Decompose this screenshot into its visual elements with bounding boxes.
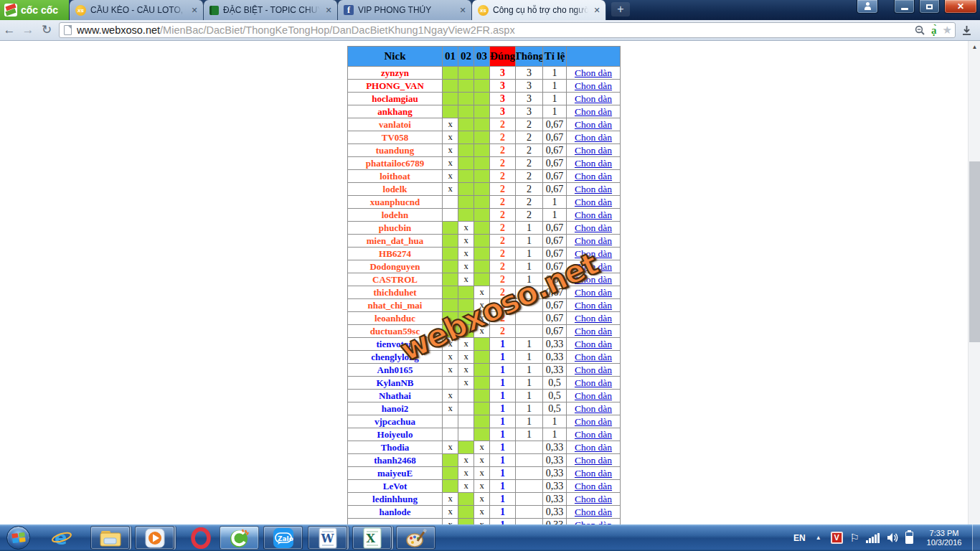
hidden-icons-arrow[interactable]: ▲ bbox=[816, 534, 821, 541]
thong-cell: 1 bbox=[516, 338, 543, 351]
chon-dan-cell: Chon dàn bbox=[567, 248, 621, 260]
chon-dan-link[interactable]: Chon dàn bbox=[575, 403, 612, 415]
vietnamese-typing-icon[interactable]: ạ̀ bbox=[931, 25, 937, 35]
reload-button[interactable]: ↻ bbox=[37, 22, 56, 39]
unikey-icon[interactable]: V bbox=[831, 532, 843, 544]
scrollbar[interactable]: ▲ bbox=[968, 41, 980, 524]
tab-title: Công cụ hỗ trợ cho người bbox=[493, 5, 588, 15]
volume-icon[interactable] bbox=[887, 532, 899, 543]
chon-dan-link[interactable]: Chon dàn bbox=[575, 455, 612, 466]
forward-button[interactable]: → bbox=[19, 22, 37, 39]
show-desktop-button[interactable] bbox=[972, 524, 980, 551]
coccoc-menu-button[interactable]: cốc cốc bbox=[0, 0, 69, 20]
taskbar-internet-explorer[interactable]: e bbox=[42, 526, 81, 550]
chon-dan-link[interactable]: Chon dàn bbox=[575, 132, 612, 143]
chon-dan-link[interactable]: Chon dàn bbox=[575, 274, 612, 286]
tab-dac-biet[interactable]: ĐẶC BIỆT - TOPIC CHUYÊN ✕ bbox=[204, 0, 338, 20]
chon-dan-link[interactable]: Chon dàn bbox=[575, 145, 612, 156]
chon-dan-link[interactable]: Chon dàn bbox=[575, 197, 612, 208]
chon-dan-cell: Chon dàn bbox=[567, 441, 621, 454]
chon-dan-link[interactable]: Chon dàn bbox=[575, 158, 612, 169]
chon-dan-link[interactable]: Chon dàn bbox=[575, 364, 612, 376]
nick-cell: zynzyn bbox=[348, 67, 443, 80]
nick-cell: hanoi2 bbox=[348, 402, 443, 415]
tab-close-icon[interactable]: ✕ bbox=[593, 6, 601, 15]
chon-dan-link[interactable]: Chon dàn bbox=[575, 80, 612, 92]
chon-dan-link[interactable]: Chon dàn bbox=[575, 184, 612, 195]
chon-dan-link[interactable]: Chon dàn bbox=[575, 442, 612, 453]
tab-cau-keo[interactable]: xs CẦU KÈO - CẦU LOTO, ĐẶ ✕ bbox=[70, 0, 204, 20]
scrollbar-up-arrow[interactable]: ▲ bbox=[969, 41, 980, 53]
chon-dan-link[interactable]: Chon dàn bbox=[575, 248, 612, 260]
chon-dan-link[interactable]: Chon dàn bbox=[575, 481, 612, 492]
start-button[interactable] bbox=[6, 526, 30, 550]
chon-dan-cell: Chon dàn bbox=[567, 390, 621, 402]
nick-cell: nhat_chi_mai bbox=[348, 299, 443, 312]
zoom-out-icon[interactable] bbox=[915, 25, 925, 36]
tab-cong-cu-active[interactable]: xs Công cụ hỗ trợ cho người ✕ bbox=[472, 0, 606, 20]
chon-dan-link[interactable]: Chon dàn bbox=[575, 339, 612, 350]
scrollbar-thumb[interactable] bbox=[969, 161, 980, 342]
table-row: xuanphucnd221Chon dàn bbox=[348, 196, 621, 209]
language-indicator[interactable]: EN bbox=[793, 533, 806, 543]
chon-dan-link[interactable]: Chon dàn bbox=[575, 326, 612, 337]
chon-dan-link[interactable]: Chon dàn bbox=[575, 106, 612, 118]
battery-icon[interactable] bbox=[905, 532, 913, 544]
chon-dan-link[interactable]: Chon dàn bbox=[575, 313, 612, 324]
chon-dan-link[interactable]: Chon dàn bbox=[575, 390, 612, 402]
pick-cell-02 bbox=[458, 209, 474, 222]
chon-dan-link[interactable]: Chon dàn bbox=[575, 171, 612, 182]
chon-dan-link[interactable]: Chon dàn bbox=[575, 507, 612, 518]
chon-dan-link[interactable]: Chon dàn bbox=[575, 209, 612, 221]
taskbar-coccoc[interactable] bbox=[220, 526, 259, 550]
pick-cell-02: x bbox=[458, 260, 474, 273]
taskbar-windows-explorer[interactable] bbox=[90, 526, 130, 550]
tab-close-icon[interactable]: ✕ bbox=[324, 6, 333, 15]
chon-dan-link[interactable]: Chon dàn bbox=[575, 377, 612, 389]
chon-dan-link[interactable]: Chon dàn bbox=[575, 519, 612, 525]
action-center-flag-icon[interactable]: ⚐ bbox=[850, 532, 859, 545]
chon-dan-link[interactable]: Chon dàn bbox=[575, 222, 612, 234]
pick-cell-03 bbox=[474, 415, 490, 428]
tile-cell: 0,33 bbox=[543, 480, 567, 493]
chon-dan-link[interactable]: Chon dàn bbox=[575, 468, 612, 479]
taskbar-clock[interactable]: 7:33 PM 10/3/2016 bbox=[920, 529, 968, 547]
new-tab-button[interactable]: + bbox=[611, 2, 630, 17]
chon-dan-link[interactable]: Chon dàn bbox=[575, 287, 612, 298]
chon-dan-link[interactable]: Chon dàn bbox=[575, 494, 612, 505]
chon-dan-link[interactable]: Chon dàn bbox=[575, 352, 612, 363]
chon-dan-link[interactable]: Chon dàn bbox=[575, 429, 612, 441]
maximize-button[interactable] bbox=[919, 0, 940, 14]
tab-close-icon[interactable]: ✕ bbox=[190, 6, 199, 15]
close-button[interactable]: ✕ bbox=[944, 0, 977, 14]
taskbar-excel[interactable]: X bbox=[352, 526, 392, 550]
chon-dan-link[interactable]: Chon dàn bbox=[575, 93, 612, 105]
bookmark-star-icon[interactable]: ★ bbox=[943, 24, 952, 36]
svg-text:X: X bbox=[366, 532, 375, 545]
minimize-button[interactable] bbox=[894, 0, 915, 14]
taskbar-opera[interactable] bbox=[181, 526, 220, 550]
profile-button[interactable] bbox=[857, 0, 878, 14]
chon-dan-link[interactable]: Chon dàn bbox=[575, 67, 612, 79]
taskbar-paint[interactable] bbox=[396, 526, 435, 550]
download-icon[interactable] bbox=[961, 25, 972, 36]
tab-close-icon[interactable]: ✕ bbox=[458, 6, 467, 15]
address-bar[interactable]: www.webxoso.net/MienBac/DacBiet/ThongKeT… bbox=[59, 22, 956, 38]
taskbar-zalo[interactable]: Zalo bbox=[263, 526, 303, 550]
taskbar-word[interactable]: W bbox=[308, 526, 347, 550]
chon-dan-link[interactable]: Chon dàn bbox=[575, 261, 612, 273]
table-row: ankhang331Chon dàn bbox=[348, 105, 621, 118]
chon-dan-link[interactable]: Chon dàn bbox=[575, 300, 612, 311]
dung-cell: 1 bbox=[490, 338, 516, 351]
chon-dan-link[interactable]: Chon dàn bbox=[575, 119, 612, 131]
taskbar-media-player[interactable] bbox=[135, 526, 174, 550]
chon-dan-link[interactable]: Chon dàn bbox=[575, 235, 612, 247]
clock-time: 7:33 PM bbox=[920, 529, 968, 538]
chon-dan-link[interactable]: Chon dàn bbox=[575, 416, 612, 428]
header-01: 01 bbox=[443, 47, 458, 67]
tab-vip-phong-thuy[interactable]: f VIP PHONG THỦY ✕ bbox=[338, 0, 472, 20]
tile-cell: 0,33 bbox=[543, 364, 567, 377]
chon-dan-cell: Chon dàn bbox=[567, 196, 621, 209]
network-icon[interactable] bbox=[866, 533, 880, 543]
back-button[interactable]: ← bbox=[0, 22, 19, 39]
